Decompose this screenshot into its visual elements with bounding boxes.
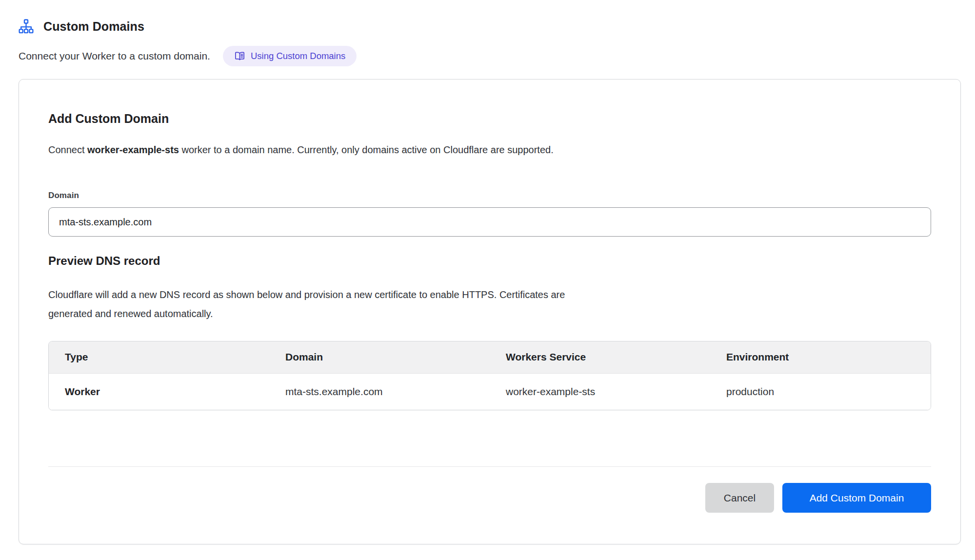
open-book-icon [234,51,245,62]
preview-description-line1: Cloudflare will add a new DNS record as … [48,289,565,300]
cell-type: Worker [49,373,269,410]
card-title: Add Custom Domain [48,112,931,126]
column-header-type: Type [49,341,269,373]
worker-name: worker-example-sts [87,144,179,155]
sitemap-icon [19,19,34,34]
column-header-domain: Domain [269,341,490,373]
page-header: Custom Domains [19,18,961,35]
page-subtitle: Connect your Worker to a custom domain. [19,50,210,62]
preview-dns-description: Cloudflare will add a new DNS record as … [48,285,931,323]
footer-divider [48,466,931,467]
footer-actions: Cancel Add Custom Domain [48,483,931,513]
page-title: Custom Domains [43,20,144,34]
card-description: Connect worker-example-sts worker to a d… [48,144,931,156]
docs-badge-label: Using Custom Domains [251,51,345,61]
cell-environment: production [710,373,931,410]
preview-description-line2: generated and renewed automatically. [48,308,213,319]
docs-badge-link[interactable]: Using Custom Domains [223,46,357,66]
add-custom-domain-card: Add Custom Domain Connect worker-example… [19,79,961,544]
column-header-workers-service: Workers Service [490,341,710,373]
cancel-button[interactable]: Cancel [705,483,774,513]
cell-domain: mta-sts.example.com [269,373,490,410]
page-subheader: Connect your Worker to a custom domain. … [19,46,961,66]
add-custom-domain-button[interactable]: Add Custom Domain [782,483,931,513]
table-header-row: Type Domain Workers Service Environment [49,341,931,373]
custom-domains-page: Custom Domains Connect your Worker to a … [0,0,975,544]
dns-preview-table: Type Domain Workers Service Environment … [48,341,931,410]
preview-dns-heading: Preview DNS record [48,254,931,268]
cell-workers-service: worker-example-sts [490,373,710,410]
domain-input[interactable] [48,207,931,237]
table-row: Worker mta-sts.example.com worker-exampl… [49,373,931,410]
description-suffix: worker to a domain name. Currently, only… [179,144,554,155]
description-prefix: Connect [48,144,87,155]
column-header-environment: Environment [710,341,931,373]
domain-label: Domain [48,191,931,200]
